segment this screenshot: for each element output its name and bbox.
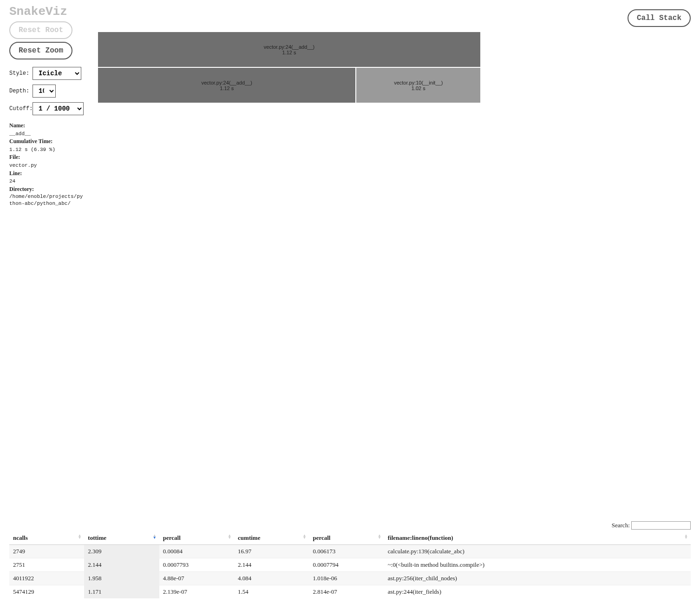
table-row[interactable]: 5474129 1.171 2.139e-07 1.54 2.814e-07 a… (9, 585, 691, 599)
cell-filename: ast.py:244(iter_fields) (384, 585, 691, 599)
cell-percall1: 4.88e-07 (159, 572, 234, 585)
cell-tottime: 2.309 (84, 545, 159, 558)
cell-filename: calculate.py:139(calculate_abc) (384, 545, 691, 558)
cell-percall2: 0.006173 (309, 545, 384, 558)
icicle-node-time: 1.02 s (412, 85, 425, 91)
sort-icon: ▲▼ (78, 534, 81, 539)
style-label: Style: (9, 70, 33, 77)
info-dir-value: /home/enoble/projects/python-abc/python_… (9, 193, 84, 208)
info-dir-label: Directory: (9, 186, 34, 192)
icicle-node-root[interactable]: vector.py:24(__add__) 1.12 s (98, 32, 481, 67)
info-cumtime-label: Cumulative Time: (9, 138, 52, 144)
cell-ncalls: 5474129 (9, 585, 84, 599)
stats-table: ncalls▲▼ tottime▲▼ percall▲▼ cumtime▲▼ p… (9, 531, 691, 598)
table-row[interactable]: 2749 2.309 0.00084 16.97 0.006173 calcul… (9, 545, 691, 558)
cell-cumtime: 2.144 (234, 558, 309, 572)
icicle-node-child-right[interactable]: vector.py:10(__init__) 1.02 s (356, 67, 481, 103)
icicle-node-time: 1.12 s (282, 50, 296, 55)
cell-ncalls: 2749 (9, 545, 84, 558)
call-stack-button[interactable]: Call Stack (628, 9, 691, 27)
table-row[interactable]: 4011922 1.958 4.88e-07 4.084 1.018e-06 a… (9, 572, 691, 585)
table-header-row: ncalls▲▼ tottime▲▼ percall▲▼ cumtime▲▼ p… (9, 531, 691, 545)
sort-icon: ▲▼ (378, 534, 381, 539)
app-logo: SnakeViz (9, 5, 691, 19)
col-percall2[interactable]: percall▲▼ (309, 531, 384, 545)
cell-percall1: 0.0007793 (159, 558, 234, 572)
col-cumtime[interactable]: cumtime▲▼ (234, 531, 309, 545)
cell-percall1: 0.00084 (159, 545, 234, 558)
cell-tottime: 2.144 (84, 558, 159, 572)
icicle-node-title: vector.py:24(__add__) (201, 80, 252, 85)
sort-icon: ▲▼ (684, 534, 688, 539)
cell-percall1: 2.139e-07 (159, 585, 234, 599)
icicle-node-child-left[interactable]: vector.py:24(__add__) 1.12 s (98, 67, 356, 103)
cell-percall2: 1.018e-06 (309, 572, 384, 585)
col-ncalls[interactable]: ncalls▲▼ (9, 531, 84, 545)
cutoff-select[interactable]: 1 / 1000 (33, 102, 84, 115)
reset-zoom-button[interactable]: Reset Zoom (9, 42, 72, 59)
depth-select[interactable]: 10 (33, 85, 56, 98)
icicle-plot: vector.py:24(__add__) 1.12 s vector.py:2… (98, 32, 481, 103)
sort-icon: ▲▼ (303, 534, 307, 539)
col-percall1[interactable]: percall▲▼ (159, 531, 234, 545)
icicle-node-title: vector.py:24(__add__) (264, 44, 314, 50)
col-filename[interactable]: filename:lineno(function)▲▼ (384, 531, 691, 545)
info-file-label: File: (9, 154, 20, 160)
table-row[interactable]: 2751 2.144 0.0007793 2.144 0.0007794 ~:0… (9, 558, 691, 572)
icicle-node-time: 1.12 s (220, 85, 234, 91)
cell-ncalls: 4011922 (9, 572, 84, 585)
cell-cumtime: 4.084 (234, 572, 309, 585)
cell-tottime: 1.958 (84, 572, 159, 585)
info-name-value: __add__ (9, 131, 31, 137)
depth-label: Depth: (9, 88, 33, 94)
sort-icon: ▲▼ (228, 534, 231, 539)
cutoff-label: Cutoff: (9, 105, 33, 112)
reset-root-button: Reset Root (9, 21, 72, 39)
info-line-label: Line: (9, 170, 22, 177)
cell-tottime: 1.171 (84, 585, 159, 599)
cell-cumtime: 1.54 (234, 585, 309, 599)
cell-cumtime: 16.97 (234, 545, 309, 558)
cell-percall2: 0.0007794 (309, 558, 384, 572)
info-file-value: vector.py (9, 163, 37, 168)
search-label: Search: (612, 522, 630, 529)
icicle-node-title: vector.py:10(__init__) (394, 80, 443, 85)
node-info: Name: __add__ Cumulative Time: 1.12 s (6… (9, 122, 93, 207)
style-select[interactable]: Icicle (33, 67, 81, 80)
cell-percall2: 2.814e-07 (309, 585, 384, 599)
cell-filename: ~:0(<built-in method builtins.compile>) (384, 558, 691, 572)
info-name-label: Name: (9, 122, 25, 129)
cell-filename: ast.py:256(iter_child_nodes) (384, 572, 691, 585)
sort-icon: ▲▼ (153, 534, 157, 539)
info-cumtime-value: 1.12 s (6.39 %) (9, 147, 55, 152)
info-line-value: 24 (9, 178, 15, 184)
cell-ncalls: 2751 (9, 558, 84, 572)
search-input[interactable] (631, 521, 691, 530)
col-tottime[interactable]: tottime▲▼ (84, 531, 159, 545)
